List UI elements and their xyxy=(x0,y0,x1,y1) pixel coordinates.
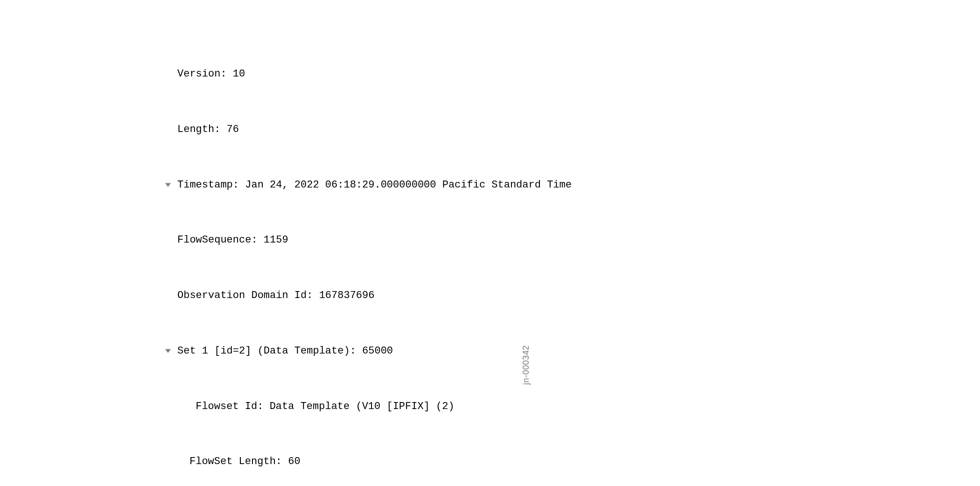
row-set1[interactable]: Set 1 [id=2] (Data Template): 65000 xyxy=(165,344,572,358)
row-flowsequence[interactable]: FlowSequence: 1159 xyxy=(165,233,572,247)
field-length: Length: 76 xyxy=(177,123,239,137)
row-length[interactable]: Length: 76 xyxy=(165,123,572,137)
row-obsdomain[interactable]: Observation Domain Id: 167837696 xyxy=(165,289,572,303)
field-flowsequence: FlowSequence: 1159 xyxy=(177,233,288,247)
disclosure-triangle-icon[interactable] xyxy=(165,182,177,189)
row-flowset-length[interactable]: FlowSet Length: 60 xyxy=(165,455,572,469)
field-version: Version: 10 xyxy=(177,67,245,81)
field-flowset-id: Flowset Id: Data Template (V10 [IPFIX] (… xyxy=(189,400,455,414)
disclosure-triangle-icon[interactable] xyxy=(165,348,177,355)
row-timestamp[interactable]: Timestamp: Jan 24, 2022 06:18:29.0000000… xyxy=(165,178,572,192)
field-obsdomain: Observation Domain Id: 167837696 xyxy=(177,289,374,303)
field-timestamp: Timestamp: Jan 24, 2022 06:18:29.0000000… xyxy=(177,178,572,192)
image-id-watermark: jn-000342 xyxy=(521,345,532,385)
packet-details-tree: Version: 10 Length: 76 Timestamp: Jan 24… xyxy=(165,26,572,486)
field-set1: Set 1 [id=2] (Data Template): 65000 xyxy=(177,344,393,358)
field-flowset-length: FlowSet Length: 60 xyxy=(189,455,301,469)
row-version[interactable]: Version: 10 xyxy=(165,67,572,81)
row-flowset-id[interactable]: Flowset Id: Data Template (V10 [IPFIX] (… xyxy=(165,400,572,414)
